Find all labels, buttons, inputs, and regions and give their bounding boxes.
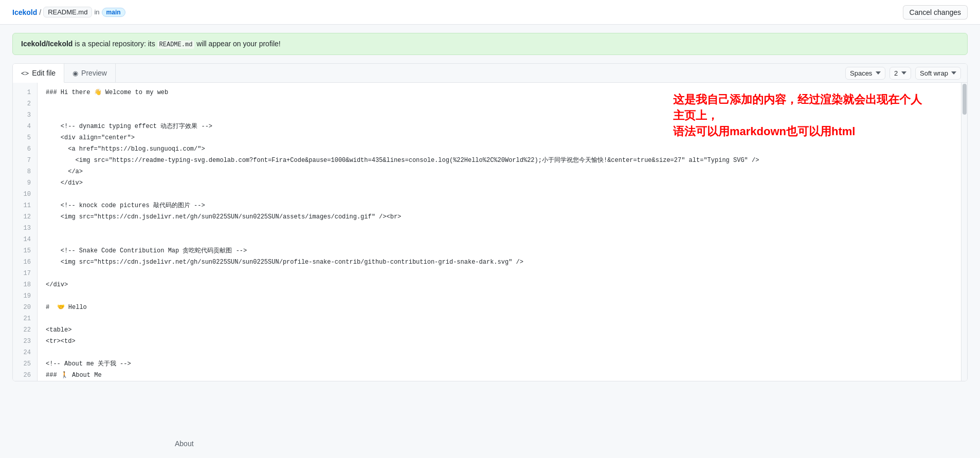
- code-line: [46, 189, 953, 200]
- code-line: <div align="center">: [46, 132, 953, 143]
- tab-preview[interactable]: ◉ Preview: [64, 64, 116, 82]
- code-line: <!-- knock code pictures 敲代码的图片 -->: [46, 200, 953, 211]
- line-number: 24: [13, 347, 37, 358]
- code-line: <table>: [46, 324, 953, 336]
- code-line: <!-- Snake Code Contribution Map 贪吃蛇代码贡献…: [46, 245, 953, 257]
- code-line: ### Hi there 👋 Welcome to my web: [46, 87, 953, 98]
- line-number: 6: [13, 143, 37, 155]
- editor-container: <> Edit file ◉ Preview Spaces Tabs 2 4 8: [12, 63, 968, 381]
- line-number: 22: [13, 324, 37, 336]
- line-number: 1: [13, 87, 37, 98]
- softwrap-select[interactable]: Soft wrap No wrap: [915, 67, 961, 80]
- line-number: 8: [13, 166, 37, 177]
- line-number: 26: [13, 370, 37, 381]
- editor-body[interactable]: 1234567891011121314151617181920212223242…: [13, 83, 967, 381]
- line-number: 11: [13, 200, 37, 211]
- notice-text1: is a special repository: its: [75, 40, 157, 48]
- tab-preview-label: Preview: [81, 69, 107, 77]
- notice-repo-name: Icekold/Icekold: [21, 40, 72, 48]
- breadcrumb-in-label: in: [94, 8, 99, 16]
- code-line: [46, 98, 953, 109]
- code-line: </div>: [46, 177, 953, 189]
- scrollbar-thumb[interactable]: [963, 84, 967, 115]
- indent-select[interactable]: 2 4 8: [890, 67, 911, 80]
- line-number: 17: [13, 268, 37, 279]
- line-number: 20: [13, 302, 37, 313]
- line-number: 2: [13, 98, 37, 109]
- code-line: # 🤝 Hello: [46, 302, 953, 313]
- line-number: 21: [13, 313, 37, 324]
- tab-edit-file[interactable]: <> Edit file: [13, 64, 64, 83]
- code-line: <img src="https://cdn.jsdelivr.net/gh/su…: [46, 211, 953, 223]
- line-number: 10: [13, 189, 37, 200]
- editor-controls: Spaces Tabs 2 4 8 Soft wrap No wrap: [845, 67, 967, 80]
- breadcrumb-separator: /: [39, 8, 41, 16]
- top-bar: Icekold / README.md in main Cancel chang…: [0, 0, 980, 25]
- notice-readme-code: README.md: [157, 41, 195, 49]
- code-line: </div>: [46, 279, 953, 290]
- code-line: [46, 234, 953, 245]
- line-number: 25: [13, 358, 37, 370]
- line-number: 18: [13, 279, 37, 290]
- line-number: 23: [13, 336, 37, 347]
- scrollbar[interactable]: [961, 83, 967, 381]
- line-number: 9: [13, 177, 37, 189]
- code-line: <!-- About me 关于我 -->: [46, 358, 953, 370]
- code-line: [46, 223, 953, 234]
- code-line: [46, 290, 953, 302]
- line-number: 3: [13, 109, 37, 121]
- code-line: <img src="https://cdn.jsdelivr.net/gh/su…: [46, 257, 953, 268]
- branch-badge[interactable]: main: [102, 8, 125, 17]
- breadcrumb-user[interactable]: Icekold: [12, 8, 37, 16]
- line-number: 12: [13, 211, 37, 223]
- code-line: </a>: [46, 166, 953, 177]
- line-number: 7: [13, 155, 37, 166]
- code-line: [46, 347, 953, 358]
- code-line: [46, 109, 953, 121]
- breadcrumb-filename[interactable]: README.md: [43, 7, 92, 17]
- main-content: Icekold/Icekold is a special repository:…: [0, 25, 980, 390]
- line-numbers: 1234567891011121314151617181920212223242…: [13, 83, 38, 381]
- code-line: <img src="https://readme-typing-svg.demo…: [46, 155, 953, 166]
- line-number: 5: [13, 132, 37, 143]
- spaces-select[interactable]: Spaces Tabs: [845, 67, 885, 80]
- preview-icon: ◉: [72, 69, 78, 77]
- notice-box: Icekold/Icekold is a special repository:…: [12, 33, 968, 55]
- line-number: 14: [13, 234, 37, 245]
- line-number: 13: [13, 223, 37, 234]
- editor-tabs: <> Edit file ◉ Preview: [13, 64, 116, 82]
- line-number: 15: [13, 245, 37, 257]
- breadcrumb: Icekold / README.md in main: [12, 7, 125, 17]
- edit-file-icon: <>: [21, 69, 29, 77]
- editor-toolbar: <> Edit file ◉ Preview Spaces Tabs 2 4 8: [13, 64, 967, 83]
- tab-edit-file-label: Edit file: [32, 69, 56, 77]
- notice-text2: will appear on your profile!: [196, 40, 280, 48]
- code-area[interactable]: 这是我自己添加的内容，经过渲染就会出现在个人主页上， 语法可以用markdown…: [38, 83, 961, 381]
- code-line: <tr><td>: [46, 336, 953, 347]
- code-line: [46, 268, 953, 279]
- code-line: <a href="https://blog.sunguoqi.com/">: [46, 143, 953, 155]
- line-number: 4: [13, 121, 37, 132]
- line-number: 16: [13, 257, 37, 268]
- cancel-changes-button[interactable]: Cancel changes: [903, 5, 968, 20]
- code-line: [46, 313, 953, 324]
- line-number: 19: [13, 290, 37, 302]
- breadcrumb-branch-info: in main: [94, 8, 125, 17]
- code-line: <!-- dynamic typing effect 动态打字效果 -->: [46, 121, 953, 132]
- code-line: ### 🚶 About Me: [46, 370, 953, 381]
